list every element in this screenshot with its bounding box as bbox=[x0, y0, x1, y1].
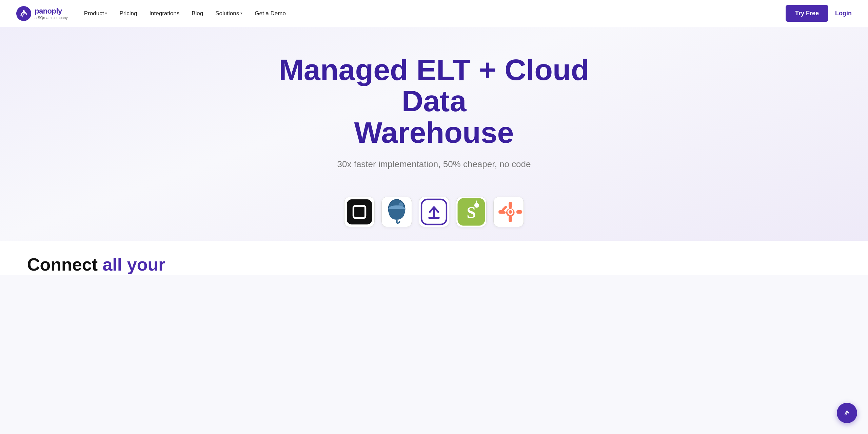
nav-product[interactable]: Product ▾ bbox=[84, 10, 107, 17]
logo-tagline: a SQream company bbox=[35, 16, 68, 20]
connect-heading: Connect all your bbox=[27, 254, 841, 275]
svg-rect-22 bbox=[498, 210, 505, 214]
chat-icon bbox=[842, 408, 852, 418]
nav-integrations[interactable]: Integrations bbox=[149, 10, 179, 17]
chevron-down-icon: ▾ bbox=[105, 11, 107, 16]
hero-title: Managed ELT + Cloud Data Warehouse bbox=[248, 54, 620, 148]
postgresql-icon bbox=[382, 197, 412, 227]
square-icon bbox=[344, 197, 374, 227]
svg-rect-23 bbox=[516, 210, 522, 214]
svg-rect-21 bbox=[509, 216, 512, 222]
shopify-icon: S bbox=[456, 197, 486, 227]
hubspot-icon bbox=[494, 197, 524, 227]
svg-point-11 bbox=[474, 203, 479, 208]
svg-point-19 bbox=[509, 210, 512, 214]
integration-shopify[interactable]: S bbox=[456, 197, 487, 227]
nav-blog[interactable]: Blog bbox=[192, 10, 203, 17]
integration-postgresql[interactable] bbox=[381, 197, 412, 227]
logo-link[interactable]: panoply a SQream company bbox=[16, 6, 68, 21]
hero-subtitle: 30x faster implementation, 50% cheaper, … bbox=[337, 159, 531, 170]
integration-square[interactable] bbox=[344, 197, 375, 227]
nav-solutions[interactable]: Solutions ▾ bbox=[215, 10, 242, 17]
nav-pricing[interactable]: Pricing bbox=[119, 10, 137, 17]
hero-section: Managed ELT + Cloud Data Warehouse 30x f… bbox=[0, 27, 868, 241]
svg-rect-2 bbox=[347, 199, 372, 224]
svg-point-25 bbox=[846, 411, 848, 412]
chevron-down-icon: ▾ bbox=[240, 11, 242, 16]
integrations-row: S bbox=[344, 197, 524, 227]
bottom-section: Connect all your bbox=[0, 241, 868, 275]
svg-point-1 bbox=[23, 10, 25, 12]
svg-rect-20 bbox=[509, 202, 512, 208]
logo-name: panoply bbox=[35, 7, 68, 15]
navbar: panoply a SQream company Product ▾ Prici… bbox=[0, 0, 868, 27]
upload-icon bbox=[419, 197, 449, 227]
try-free-button[interactable]: Try Free bbox=[786, 5, 828, 22]
login-button[interactable]: Login bbox=[835, 10, 852, 17]
nav-actions: Try Free Login bbox=[786, 5, 852, 22]
nav-get-demo[interactable]: Get a Demo bbox=[255, 10, 286, 17]
svg-point-6 bbox=[398, 202, 403, 209]
logo-icon bbox=[16, 6, 31, 21]
chat-button[interactable] bbox=[837, 403, 857, 423]
nav-links: Product ▾ Pricing Integrations Blog Solu… bbox=[84, 10, 786, 17]
integration-upload[interactable] bbox=[419, 197, 449, 227]
integration-hubspot[interactable] bbox=[493, 197, 524, 227]
